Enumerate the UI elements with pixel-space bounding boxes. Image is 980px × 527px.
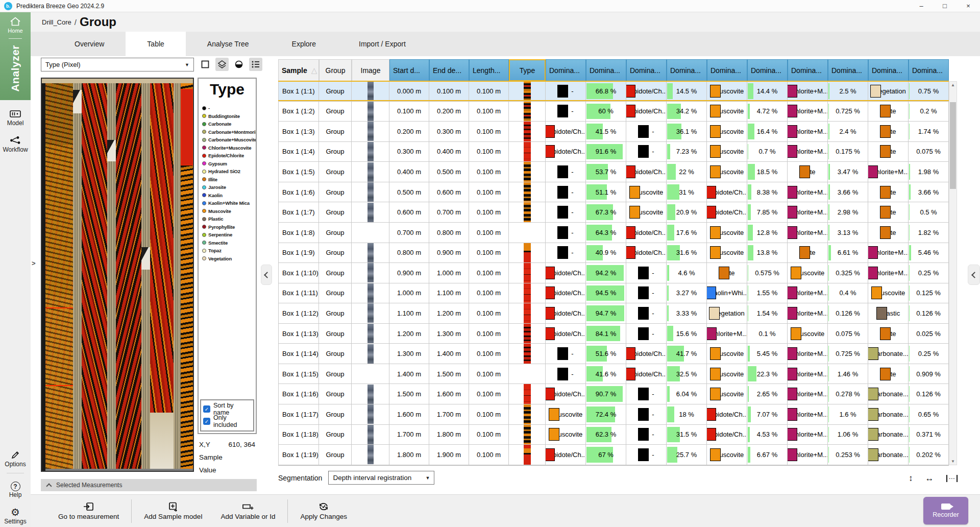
- column-header-domina-11[interactable]: Domina...: [707, 59, 747, 81]
- drill-core-image[interactable]: [41, 78, 194, 472]
- legend-item[interactable]: Topaz: [202, 247, 256, 255]
- table-row[interactable]: Box 1 (1:10)Group0.900 m1.000 m0.100 mEp…: [278, 263, 949, 283]
- table-row[interactable]: Box 1 (1:19)Group1.800 m1.900 m0.100 mEp…: [278, 445, 949, 465]
- checkbox-only-included[interactable]: ✓ Only included: [203, 415, 251, 427]
- table-row[interactable]: Box 1 (1:4)Group0.300 m0.400 m0.100 mEpi…: [278, 142, 949, 162]
- sidebar-item-workflow[interactable]: Workflow: [3, 135, 28, 153]
- scroll-up-icon[interactable]: ▲: [949, 83, 957, 87]
- sidebar-item-help[interactable]: ? Help: [9, 482, 22, 498]
- table-row[interactable]: Box 1 (1:6)Group0.500 m0.600 m0.100 m-51…: [278, 182, 949, 203]
- table-row[interactable]: Box 1 (1:17)Group1.600 m1.700 m0.100 mMu…: [278, 404, 949, 425]
- table-row[interactable]: Box 1 (1:9)Group0.800 m0.900 m0.100 m-40…: [278, 243, 949, 264]
- legend-item[interactable]: Chlorite+Muscovite: [202, 144, 256, 152]
- column-header-domina-7[interactable]: Domina...: [546, 59, 586, 81]
- column-header-sample-0[interactable]: Sample△: [278, 59, 319, 81]
- sidebar-item-options[interactable]: Options: [5, 449, 26, 468]
- column-header-domina-12[interactable]: Domina...: [747, 59, 788, 81]
- table-row[interactable]: Box 1 (1:15)Group1.400 m1.500 m0.100 m-4…: [278, 364, 949, 385]
- tab-table[interactable]: Table: [126, 32, 185, 56]
- tab-analyse-tree[interactable]: Analyse Tree: [186, 32, 271, 56]
- tab-overview[interactable]: Overview: [53, 32, 126, 56]
- legend-item[interactable]: Carbonate+Muscovite: [202, 136, 256, 144]
- legend-item[interactable]: Kaolin: [202, 191, 256, 200]
- column-header-startd-3[interactable]: Start d...: [389, 59, 429, 81]
- table-row[interactable]: Box 1 (1:8)Group0.700 m0.800 m0.100 m-64…: [278, 223, 949, 243]
- fit-width-icon[interactable]: ↔: [925, 473, 934, 484]
- checkbox-sort-by-name[interactable]: ✓ Sort by name: [203, 403, 251, 415]
- column-header-domina-13[interactable]: Domina...: [788, 59, 828, 81]
- scrollbar-thumb[interactable]: [950, 102, 956, 189]
- table-row[interactable]: Box 1 (1:13)Group1.200 m1.300 m0.100 mEp…: [278, 324, 949, 344]
- expand-panel-arrow[interactable]: >: [32, 259, 36, 267]
- breadcrumb-parent[interactable]: Drill_Core: [42, 18, 71, 26]
- legend-item[interactable]: Vegetation: [202, 255, 256, 263]
- layers-icon[interactable]: [215, 58, 229, 71]
- legend-item[interactable]: Pyrophyllite: [202, 223, 256, 231]
- column-header-length-5[interactable]: Length...: [469, 59, 509, 81]
- vertical-scrollbar[interactable]: ▲ ▼: [949, 81, 957, 465]
- selected-measurements-bar[interactable]: Selected Measurements: [41, 479, 257, 491]
- table-row[interactable]: Box 1 (1:2)Group0.100 m0.200 m0.100 m-60…: [278, 102, 949, 122]
- legend-item[interactable]: Smectite: [202, 239, 256, 247]
- legend-item[interactable]: Buddingtonite: [202, 112, 256, 121]
- scroll-down-icon[interactable]: ▼: [949, 459, 957, 464]
- fit-height-icon[interactable]: ↕: [909, 473, 913, 484]
- fit-columns-icon[interactable]: ⋯: [946, 475, 958, 482]
- maximize-button[interactable]: □: [933, 0, 957, 12]
- legend-item[interactable]: Serpentine: [202, 231, 256, 239]
- close-button[interactable]: ×: [957, 0, 980, 12]
- table-row[interactable]: Box 1 (1:7)Group0.600 m0.700 m0.100 m-67…: [278, 202, 949, 223]
- recorder-button[interactable]: Recorder: [923, 497, 968, 524]
- legend-item[interactable]: Kaolin+White Mica: [202, 199, 256, 207]
- legend-item[interactable]: Carbonate+Montmorillonite: [202, 128, 256, 136]
- collapse-left-panel-button[interactable]: [261, 265, 272, 285]
- column-header-image-2[interactable]: Image: [352, 59, 389, 81]
- contrast-icon[interactable]: [232, 58, 246, 71]
- table-row[interactable]: Box 1 (1:12)Group1.100 m1.200 m0.100 mEp…: [278, 303, 949, 324]
- collapse-right-panel-button[interactable]: [968, 265, 980, 285]
- column-header-domina-16[interactable]: Domina...: [909, 59, 949, 81]
- column-header-domina-8[interactable]: Domina...: [586, 59, 626, 81]
- legend-item[interactable]: Carbonate: [202, 120, 256, 128]
- legend-item[interactable]: Hydrated SiO2: [202, 167, 256, 176]
- table-row[interactable]: Box 1 (1:3)Group0.200 m0.300 m0.100 mEpi…: [278, 122, 949, 142]
- legend-list-icon[interactable]: [249, 58, 262, 71]
- table-row[interactable]: Box 1 (1:18)Group1.700 m1.800 m0.100 mMu…: [278, 425, 949, 445]
- column-header-type-6[interactable]: Type: [509, 59, 546, 81]
- legend-item[interactable]: Muscovite: [202, 207, 256, 215]
- table-row[interactable]: Box 1 (1:5)Group0.400 m0.500 m0.100 m-53…: [278, 162, 949, 182]
- column-header-domina-10[interactable]: Domina...: [667, 59, 707, 81]
- segmentation-dropdown[interactable]: Depth interval registration ▼: [328, 471, 434, 485]
- rectangle-select-icon[interactable]: [199, 58, 212, 71]
- column-header-domina-9[interactable]: Domina...: [626, 59, 667, 81]
- add-sample-model-button[interactable]: Add Sample model: [135, 501, 211, 520]
- table-row[interactable]: Box 1 (1:16)Group1.500 m1.600 m0.100 mEp…: [278, 384, 949, 404]
- tab-explore[interactable]: Explore: [271, 32, 337, 56]
- column-header-domina-14[interactable]: Domina...: [828, 59, 868, 81]
- legend-item[interactable]: -: [202, 104, 256, 112]
- legend-item[interactable]: Gypsum: [202, 160, 256, 168]
- cell-dominant-percent: 0.909 %: [909, 364, 949, 384]
- legend-item[interactable]: Illite: [202, 176, 256, 184]
- layer-select-dropdown[interactable]: Type (Pixel) ▼: [41, 58, 194, 71]
- column-header-group-1[interactable]: Group: [319, 59, 352, 81]
- minimize-button[interactable]: –: [910, 0, 933, 12]
- table-row[interactable]: Box 1 (1:1)Group0.000 m0.100 m0.100 m-66…: [278, 81, 949, 102]
- tab-import-export[interactable]: Import / Export: [337, 32, 427, 56]
- mineral-color-swatch: [707, 327, 717, 340]
- sidebar-item-model[interactable]: Model: [7, 108, 24, 127]
- table-row[interactable]: Box 1 (1:11)Group1.000 m1.100 m0.100 mEp…: [278, 283, 949, 304]
- go-to-measurement-button[interactable]: Go to measurement: [49, 501, 128, 520]
- table-row[interactable]: Box 1 (1:14)Group1.300 m1.400 m0.100 m-5…: [278, 344, 949, 364]
- mineral-color-swatch: [871, 286, 882, 299]
- column-header-domina-15[interactable]: Domina...: [868, 59, 909, 81]
- legend-item[interactable]: Epidote/Chlorite: [202, 152, 256, 160]
- sidebar-item-settings[interactable]: ⚙ Settings: [4, 507, 26, 525]
- add-variable-button[interactable]: Add Variable or Id: [211, 501, 284, 520]
- legend-item[interactable]: Jarosite: [202, 183, 256, 191]
- sidebar-item-home[interactable]: Home: [8, 16, 22, 34]
- column-header-endde-4[interactable]: End de...: [429, 59, 469, 81]
- apply-changes-button[interactable]: Apply Changes: [291, 501, 356, 520]
- legend-item[interactable]: Plastic: [202, 215, 256, 223]
- cell-dominant-percent: 0.175 %: [828, 142, 868, 162]
